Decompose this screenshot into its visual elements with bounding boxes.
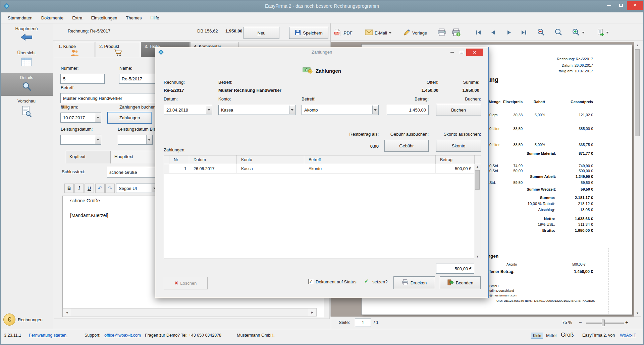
export-button[interactable]	[597, 27, 609, 38]
dialog-minimize-button[interactable]	[447, 49, 457, 56]
table-row[interactable]: 1 26.06.2017 Kassa Akonto 500,00 €	[164, 164, 475, 174]
pdf-button[interactable]: PDF .PDF	[334, 27, 353, 39]
font-size-small-button[interactable]: Klein	[531, 333, 543, 339]
menu-stammdaten[interactable]: Stammdaten	[3, 15, 37, 20]
redo-icon[interactable]: ↷	[105, 184, 115, 193]
col-nr[interactable]: Nr	[169, 155, 189, 164]
zahlungen-button[interactable]: Zahlungen	[107, 112, 152, 124]
datum-combo[interactable]: 23.04.2018	[164, 105, 212, 115]
row-selector[interactable]	[164, 164, 169, 173]
preview-vscrollbar[interactable]: ▲ ▼	[634, 42, 641, 317]
window-maximize-button[interactable]	[615, 0, 627, 10]
scroll-down-icon[interactable]: ▼	[474, 254, 481, 259]
print-preview-button[interactable]: ?	[451, 27, 461, 38]
sidebar-item-details[interactable]: Details	[0, 73, 53, 96]
col-konto[interactable]: Konto	[237, 155, 304, 164]
menu-themes[interactable]: Themes	[122, 15, 146, 20]
zoom-out-button[interactable]	[537, 27, 545, 38]
status-checkbox[interactable]: ✓	[308, 279, 313, 284]
delete-button[interactable]: × Löschen	[164, 277, 208, 289]
page-number-input[interactable]: 1	[355, 319, 371, 327]
sidebar-item-hauptmenu[interactable]: Hauptmenü	[0, 26, 53, 41]
font-select[interactable]: Segoe UI	[116, 184, 158, 193]
nav-prev-button[interactable]	[490, 28, 496, 38]
scroll-down-icon[interactable]: ▼	[634, 310, 641, 317]
support-email-link[interactable]: office@woax-it.com	[104, 333, 141, 338]
new-button[interactable]: Neu	[244, 27, 279, 39]
undo-icon[interactable]: ↶	[95, 184, 105, 193]
leistungsdatum-bis-combo[interactable]	[118, 135, 153, 145]
gebuehr-button[interactable]: Gebühr	[384, 140, 429, 152]
dialog-maximize-button[interactable]	[457, 49, 466, 56]
invoice-open-value: 1.450,00 €	[559, 269, 593, 274]
menu-hilfe[interactable]: Hilfe	[146, 15, 164, 20]
remote-support-link[interactable]: Fernwartung starten.	[29, 333, 67, 338]
brand-link[interactable]: WoAx-IT	[620, 333, 636, 338]
col-betreff[interactable]: Betreff	[304, 155, 436, 164]
col-betrag[interactable]: Betrag	[436, 155, 475, 164]
menu-dokumente[interactable]: Dokumente	[37, 15, 68, 20]
beenden-button[interactable]: Beenden	[440, 276, 481, 289]
tab-haupttext[interactable]: Haupttext	[111, 151, 156, 163]
drucken-button[interactable]: Drucken	[393, 276, 435, 289]
editor-hscrollbar[interactable]: ◄ ►	[63, 308, 317, 317]
zoom-reset-button[interactable]	[554, 27, 563, 38]
scrollbar-thumb[interactable]	[635, 49, 640, 136]
email-button[interactable]: E-Mail	[365, 27, 391, 39]
faellig-date-combo[interactable]: 10.07.2017	[60, 113, 101, 123]
chevron-down-icon[interactable]	[372, 106, 378, 114]
chevron-down-icon[interactable]	[95, 135, 101, 144]
zoom-minus-button[interactable]: −	[579, 319, 582, 325]
betreff-input[interactable]: Muster Rechnung Handwerker	[60, 93, 158, 103]
nav-next-button[interactable]	[506, 28, 513, 38]
font-size-medium-button[interactable]: Mittel	[546, 333, 556, 338]
total-amount-field[interactable]: 500,00 €	[436, 264, 474, 274]
chevron-down-icon[interactable]	[206, 106, 212, 114]
menu-einstellungen[interactable]: Einstellungen	[87, 15, 122, 20]
konto-combo[interactable]: Kassa	[218, 105, 296, 115]
tab-kunde[interactable]: 1. Kunde	[55, 42, 95, 57]
underline-button[interactable]: U	[85, 184, 94, 193]
leistungsdatum-combo[interactable]	[60, 135, 101, 145]
scroll-right-icon[interactable]: ►	[308, 308, 316, 316]
zoom-in-button[interactable]	[572, 27, 585, 38]
menu-extra[interactable]: Extra	[68, 15, 87, 20]
nav-first-button[interactable]	[475, 28, 482, 38]
nummer-input[interactable]: 5	[60, 74, 105, 84]
tab-kopftext[interactable]: Kopftext	[66, 151, 111, 163]
sidebar-item-vorschau[interactable]: Vorschau	[0, 98, 53, 118]
nav-last-button[interactable]	[521, 28, 527, 38]
scroll-left-icon[interactable]: ◄	[63, 308, 71, 316]
table-vscrollbar[interactable]: ▲ ▼	[474, 164, 481, 259]
invoice-total-value: 1.638,66 €	[556, 217, 593, 221]
zoom-slider-track[interactable]	[586, 323, 624, 324]
chevron-down-icon[interactable]	[289, 106, 295, 114]
buchen-button[interactable]: Buchen	[436, 104, 481, 116]
scroll-up-icon[interactable]: ▲	[634, 42, 641, 49]
print-button[interactable]	[437, 27, 446, 38]
save-button[interactable]: Speichern	[289, 27, 328, 39]
schlusstext-input[interactable]: schöne Grüße	[107, 167, 158, 178]
sidebar-bottom-rechnungen[interactable]: € Rechnungen	[3, 314, 43, 326]
bold-button[interactable]: B	[64, 184, 74, 193]
font-size-large-button[interactable]: Groß	[561, 332, 574, 338]
vorlage-button[interactable]: Vorlage	[403, 27, 427, 39]
chevron-down-icon[interactable]	[146, 135, 152, 144]
italic-button[interactable]: I	[74, 184, 84, 193]
betrag-input[interactable]: 1.450,00	[387, 105, 429, 115]
scrollbar-thumb[interactable]	[475, 170, 480, 190]
zoom-plus-button[interactable]: +	[625, 319, 628, 325]
betreff-combo[interactable]: Akonto	[302, 105, 379, 115]
scroll-up-icon[interactable]: ▲	[474, 164, 481, 169]
col-datum[interactable]: Datum	[189, 155, 237, 164]
chevron-down-icon[interactable]	[95, 113, 101, 122]
window-minimize-button[interactable]	[603, 0, 615, 10]
dialog-close-button[interactable]: ×	[466, 49, 483, 56]
zoom-slider-thumb[interactable]	[602, 320, 605, 326]
window-close-button[interactable]: ×	[627, 0, 643, 10]
invoice-total-value: -218,12 €	[556, 202, 593, 206]
tab-produkt[interactable]: 2. Produkt	[96, 42, 140, 57]
sidebar-item-uebersicht[interactable]: Übersicht	[0, 50, 53, 66]
skonto-button[interactable]: Skonto	[436, 140, 481, 152]
invoice-cell: 0 Liter	[489, 143, 500, 147]
